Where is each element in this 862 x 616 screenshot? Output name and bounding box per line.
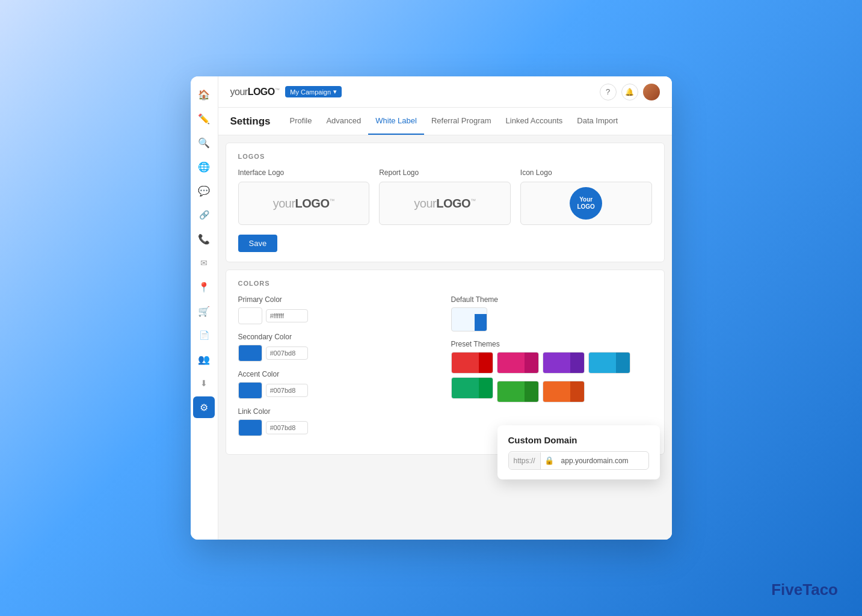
fivetaco-text: FiveTaco [771,581,838,599]
preset-themes-grid [451,352,652,402]
sidebar-item-location[interactable]: 📍 [193,276,215,298]
primary-color-label: Primary Color [238,295,439,304]
tab-white-label[interactable]: White Label [368,108,424,135]
icon-logo-circle: Your LOGO [570,187,602,220]
interface-logo-box: Interface Logo yourLOGO™ [238,168,370,225]
preset-theme-cyan[interactable] [588,352,630,374]
interface-logo-display[interactable]: yourLOGO™ [238,182,370,225]
report-logo-label: Report Logo [379,168,511,177]
sidebar-item-phone[interactable]: 📞 [193,228,215,250]
accent-color-hex[interactable] [266,384,308,397]
sidebar-item-chat[interactable]: 💬 [193,180,215,202]
tab-profile[interactable]: Profile [283,108,319,135]
sidebar-item-download[interactable]: ⬇ [193,372,215,394]
tab-linked-accounts[interactable]: Linked Accounts [499,108,570,135]
secondary-color-input-row [238,345,439,362]
user-avatar[interactable] [643,84,660,100]
sidebar-item-edit[interactable]: ✏️ [193,108,215,129]
notifications-button[interactable]: 🔔 [621,84,638,100]
default-theme-group: Default Theme [451,295,652,331]
primary-color-input-row [238,307,439,324]
tab-data-import[interactable]: Data Import [570,108,625,135]
sidebar-item-mail[interactable]: ✉ [193,252,215,274]
link-color-hex[interactable] [266,421,308,434]
sidebar-item-link[interactable]: 🔗 [193,204,215,226]
logos-section: LOGOS Interface Logo yourLOGO™ Report Lo [226,143,665,262]
preset-theme-pink[interactable] [497,352,539,374]
sidebar-item-document[interactable]: 📄 [193,324,215,346]
primary-color-hex[interactable] [266,309,308,322]
interface-logo-label: Interface Logo [238,168,370,177]
bell-icon: 🔔 [625,88,634,96]
accent-color-swatch[interactable] [238,382,262,399]
chevron-down-icon: ▾ [333,88,337,96]
report-logo-display[interactable]: yourLOGO™ [379,182,511,225]
secondary-color-label: Secondary Color [238,333,439,341]
preset-theme-purple[interactable] [543,352,585,374]
question-icon: ? [606,87,610,96]
link-color-group: Link Color [238,407,439,436]
icon-logo-display[interactable]: Your LOGO [520,182,652,225]
tab-referral-program[interactable]: Referral Program [424,108,499,135]
help-button[interactable]: ? [600,84,617,100]
custom-domain-popup: Custom Domain https:// 🔒 app.yourdomain.… [497,425,660,479]
sidebar-item-users[interactable]: 👥 [193,348,215,370]
preset-themes-label: Preset Themes [451,340,652,348]
sidebar-item-globe[interactable]: 🌐 [193,156,215,177]
custom-domain-input[interactable]: https:// 🔒 app.yourdomain.com [508,451,649,470]
logos-save-button[interactable]: Save [238,235,278,252]
sidebar-item-settings[interactable]: ⚙ [193,396,215,418]
sidebar: 🏠 ✏️ 🔍 🌐 💬 🔗 📞 ✉ 📍 🛒 📄 👥 ⬇ ⚙ [191,76,218,540]
icon-logo-box: Icon Logo Your LOGO [520,168,652,225]
colors-section-label: COLORS [238,280,652,287]
settings-title: Settings [230,108,271,135]
tab-advanced[interactable]: Advanced [319,108,368,135]
link-color-input-row [238,419,439,436]
app-window: 🏠 ✏️ 🔍 🌐 💬 🔗 📞 ✉ 📍 🛒 📄 👥 ⬇ ⚙ yourLOGO™ M… [191,76,672,540]
secondary-color-hex[interactable] [266,346,308,360]
accent-color-input-row [238,382,439,399]
header-right: ? 🔔 [600,84,660,100]
sidebar-item-cart[interactable]: 🛒 [193,300,215,322]
theme-preview-bar [475,314,487,331]
domain-https-label: https:// [509,452,541,469]
link-color-swatch[interactable] [238,419,262,436]
logos-grid: Interface Logo yourLOGO™ Report Logo yo [238,168,652,225]
icon-logo-label: Icon Logo [520,168,652,177]
preset-theme-teal[interactable] [451,377,493,399]
campaign-dropdown[interactable]: My Campaign ▾ [285,86,342,97]
fivetaco-brand: FiveTaco [771,581,838,599]
secondary-color-group: Secondary Color [238,333,439,362]
logos-section-label: LOGOS [238,153,652,160]
report-logo-text: yourLOGO™ [414,197,475,211]
secondary-color-swatch[interactable] [238,345,262,362]
primary-color-swatch[interactable] [238,307,262,324]
main-content: yourLOGO™ My Campaign ▾ ? 🔔 Settings P [218,76,672,540]
default-theme-preview[interactable] [451,307,487,331]
interface-logo-text: yourLOGO™ [273,197,334,211]
link-color-label: Link Color [238,407,439,416]
header-left: yourLOGO™ My Campaign ▾ [230,86,342,97]
settings-nav: Settings Profile Advanced White Label Re… [218,108,672,135]
preset-themes-group: Preset Themes [451,340,652,402]
accent-color-label: Accent Color [238,370,439,378]
primary-color-group: Primary Color [238,295,439,324]
custom-domain-title: Custom Domain [508,435,649,445]
preset-theme-red[interactable] [451,352,493,374]
sidebar-item-home[interactable]: 🏠 [193,84,215,105]
sidebar-item-search[interactable]: 🔍 [193,132,215,153]
preset-theme-green[interactable] [497,381,539,402]
header: yourLOGO™ My Campaign ▾ ? 🔔 [218,76,672,108]
app-logo: yourLOGO™ [230,87,280,97]
lock-icon: 🔒 [541,452,558,469]
preset-theme-orange[interactable] [543,381,585,402]
report-logo-box: Report Logo yourLOGO™ [379,168,511,225]
default-theme-label: Default Theme [451,295,652,304]
domain-value: app.yourdomain.com [558,452,648,469]
accent-color-group: Accent Color [238,370,439,399]
colors-grid: Primary Color Secondary Color [238,295,652,445]
